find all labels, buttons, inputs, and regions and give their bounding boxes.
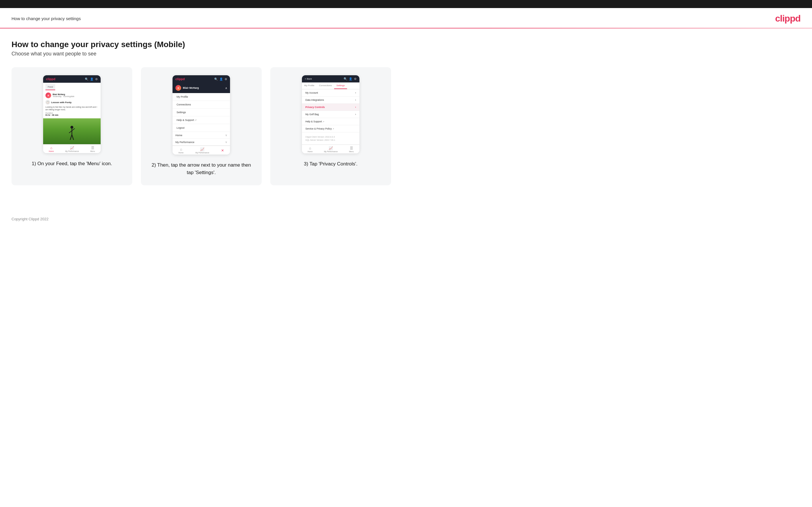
phone1-user-row: B Blair McHarg Yesterday · Sunningdale (45, 93, 98, 98)
svg-line-5 (72, 135, 73, 140)
phone-screen-3: < Back 🔍 👤 ⚙ My Profile Connections Sett… (302, 75, 359, 153)
phone2-menu-user-row: B Blair McHarg ∧ (172, 83, 230, 93)
phone2-my-profile[interactable]: My Profile (172, 93, 230, 101)
phone1-golf-image (43, 118, 101, 144)
phone2-bottom-bar: ⌂ Home 📈 My Performance ✕ (172, 146, 230, 155)
phone1-avatar: B (45, 93, 51, 98)
phone3-home-btn[interactable]: ⌂ Home (308, 146, 312, 153)
phone1-topbar: clippd 🔍 👤 ⚙ (43, 75, 101, 83)
svg-line-4 (70, 135, 72, 140)
phone1-user-name: Blair McHarg (53, 93, 74, 95)
phone1-user-info: Blair McHarg Yesterday · Sunningdale (53, 93, 74, 97)
my-account-label: My Account (305, 91, 318, 94)
phone2-avatar: B (175, 85, 181, 91)
phone1-performance-label: My Performance (65, 150, 79, 152)
phone3-menu-btn[interactable]: ☰ Menu (349, 146, 354, 153)
phone3-icons: 🔍 👤 ⚙ (344, 77, 357, 80)
phone2-icons: 🔍 👤 ⚙ (214, 77, 227, 81)
phone2-username: Blair McHarg (183, 87, 199, 89)
settings-data-integrations[interactable]: Data Integrations › (302, 97, 359, 104)
phone3-performance-btn[interactable]: 📈 My Performance (324, 146, 338, 153)
steps-row: clippd 🔍 👤 ⚙ Feed B Blair (11, 67, 391, 185)
phone3-version-info: Clippd Client Version: 2022.8.3-3 GQL Se… (302, 132, 359, 145)
phone3-home-label: Home (308, 151, 312, 153)
search-icon-3: 🔍 (344, 77, 347, 80)
phone2-logo: clippd (175, 77, 185, 81)
back-button[interactable]: < Back (305, 77, 312, 80)
phone2-performance-section[interactable]: My Performance ∨ (172, 139, 230, 146)
header-page-title: How to change your privacy settings (11, 16, 81, 21)
phone2-home-bottom-label: Home (179, 152, 184, 154)
phone1-lesson-title: Lesson with Fordy (51, 101, 71, 104)
settings-icon: ⚙ (95, 77, 98, 81)
phone2-home-btn[interactable]: ⌂ Home (179, 147, 184, 154)
phone1-duration-value: 01 hr : 30 min (45, 114, 98, 116)
lesson-icon: 📋 (45, 100, 50, 105)
search-icon: 🔍 (85, 77, 88, 81)
phone1-duration-label: Duration (45, 112, 98, 114)
phone2-performance-btn[interactable]: 📈 My Performance (196, 147, 209, 154)
svg-line-2 (69, 131, 72, 133)
chevron-down-icon-perf: ∨ (225, 140, 227, 144)
phone2-help-support[interactable]: Help & Support (172, 116, 230, 124)
settings-icon-3: ⚙ (354, 77, 357, 80)
phone-screen-2: clippd 🔍 👤 ⚙ B Blair McHarg ∧ M (172, 75, 230, 155)
phone3-settings-tabs: My Profile Connections Settings (302, 82, 359, 89)
phone2-close-btn[interactable]: ✕ (221, 149, 224, 153)
page-subheading: Choose what you want people to see (11, 51, 391, 57)
phone3-bottom-bar: ⌂ Home 📈 My Performance ☰ Menu (302, 145, 359, 153)
settings-my-golf-bag[interactable]: My Golf Bag › (302, 111, 359, 118)
menu-icon: ☰ (91, 146, 94, 150)
settings-my-account[interactable]: My Account › (302, 89, 359, 97)
close-icon: ✕ (221, 149, 224, 153)
step-3-caption: 3) Tap 'Privacy Controls'. (304, 160, 358, 168)
phone1-performance-btn[interactable]: 📈 My Performance (65, 146, 79, 152)
phone1-feed-tab[interactable]: Feed (45, 84, 55, 90)
home-icon-3: ⌂ (309, 146, 311, 150)
phone1-logo: clippd (46, 77, 55, 81)
phone1-home-btn[interactable]: ⌂ Home (49, 146, 54, 152)
help-support-label: Help & Support ↗ (305, 120, 324, 123)
data-integrations-label: Data Integrations (305, 99, 324, 101)
chevron-down-icon-home: ∨ (225, 133, 227, 137)
phone2-settings[interactable]: Settings (172, 109, 230, 116)
golfer-silhouette (68, 125, 76, 141)
main-content: How to change your privacy settings (Mob… (0, 29, 403, 194)
step-1-caption: 1) On your Feed, tap the 'Menu' icon. (32, 160, 112, 167)
search-icon-2: 🔍 (214, 77, 218, 81)
step-1-card: clippd 🔍 👤 ⚙ Feed B Blair (11, 67, 132, 185)
settings-privacy-controls[interactable]: Privacy Controls › (302, 104, 359, 111)
settings-help-support[interactable]: Help & Support ↗ (302, 118, 359, 125)
chevron-right-privacy: › (355, 106, 356, 109)
phone1-icons: 🔍 👤 ⚙ (85, 77, 98, 81)
phone1-feed-content: B Blair McHarg Yesterday · Sunningdale 📋… (43, 90, 101, 118)
phone2-user-left: B Blair McHarg (175, 85, 199, 91)
phone2-topbar: clippd 🔍 👤 ⚙ (172, 75, 230, 83)
phone2-logout[interactable]: Logout (172, 124, 230, 132)
chart-icon-2: 📈 (200, 147, 204, 151)
phone3-performance-label: My Performance (324, 151, 338, 153)
footer: Copyright Clippd 2022 (0, 211, 812, 230)
phone1-menu-btn[interactable]: ☰ Menu (90, 146, 95, 152)
top-bar (0, 0, 812, 8)
tab-connections[interactable]: Connections (317, 82, 334, 89)
version-line1: Clippd Client Version: 2022.8.3-3 (305, 135, 356, 138)
chevron-right-account: › (355, 91, 356, 94)
home-icon-2: ⌂ (180, 147, 182, 151)
privacy-controls-label: Privacy Controls (305, 106, 325, 109)
phone2-home-label: Home (175, 134, 182, 137)
chevron-up-icon: ∧ (225, 87, 227, 90)
step-3-card: < Back 🔍 👤 ⚙ My Profile Connections Sett… (270, 67, 391, 185)
settings-service-privacy[interactable]: Service & Privacy Policy ↗ (302, 125, 359, 132)
profile-icon-3: 👤 (349, 77, 352, 80)
home-icon: ⌂ (50, 146, 52, 150)
tab-my-profile[interactable]: My Profile (302, 82, 317, 89)
phone2-perf-bottom-label: My Performance (196, 152, 209, 154)
tab-settings[interactable]: Settings (334, 82, 347, 89)
version-line2: GQL Server Version: 2022.7.30-1 (305, 138, 356, 142)
phone2-connections[interactable]: Connections (172, 101, 230, 109)
phone2-home-section[interactable]: Home ∨ (172, 132, 230, 139)
phone1-menu-label: Menu (90, 150, 95, 152)
chart-icon-3: 📈 (328, 146, 333, 150)
phone-screen-1: clippd 🔍 👤 ⚙ Feed B Blair (43, 75, 101, 153)
